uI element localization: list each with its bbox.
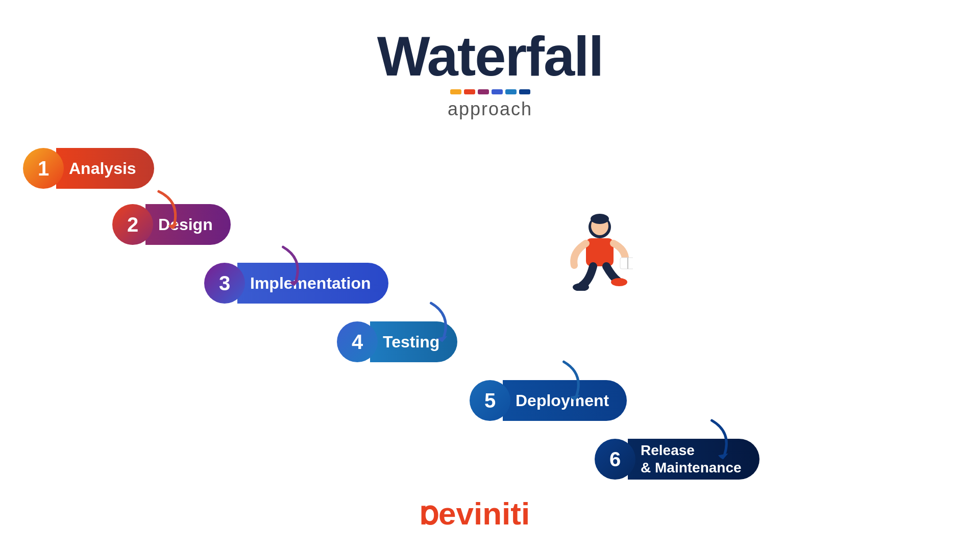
step-1-label: Analysis [56,148,154,189]
title-decoration [0,89,980,94]
step-1-text: Analysis [69,159,136,178]
deco-5 [505,89,517,94]
deco-2 [464,89,475,94]
title-waterfall: Waterfall [0,28,980,84]
step-5-number: 5 [484,389,496,412]
title-approach: approach [0,98,980,120]
person-illustration [567,212,633,291]
svg-point-12 [611,278,627,286]
svg-rect-8 [586,238,614,266]
deviniti-svg: ɒeviniti [419,495,561,531]
step-1-circle: 1 [23,148,64,189]
brand-logo: ɒeviniti [419,495,561,531]
step-3-circle: 3 [204,263,245,304]
svg-rect-9 [620,258,633,269]
step-6-label: Release& Maintenance [628,439,760,480]
step-4-number: 4 [352,331,363,354]
step-1-row: 1 Analysis [23,148,154,189]
svg-point-7 [591,214,609,224]
step-6-number: 6 [609,448,621,471]
step-1-number: 1 [38,157,49,180]
step-6-circle: 6 [595,439,635,480]
step-2-number: 2 [127,213,138,236]
deco-1 [450,89,461,94]
deco-4 [492,89,503,94]
svg-text:ɒeviniti: ɒeviniti [419,496,530,531]
step-4-circle: 4 [337,321,378,362]
step-3-number: 3 [219,272,230,295]
deco-3 [478,89,489,94]
step-3-label: Implementation [237,263,388,304]
deco-6 [519,89,530,94]
title-area: Waterfall approach [0,0,980,120]
step-5-circle: 5 [470,380,510,421]
step-1-pill: 1 Analysis [23,148,154,189]
